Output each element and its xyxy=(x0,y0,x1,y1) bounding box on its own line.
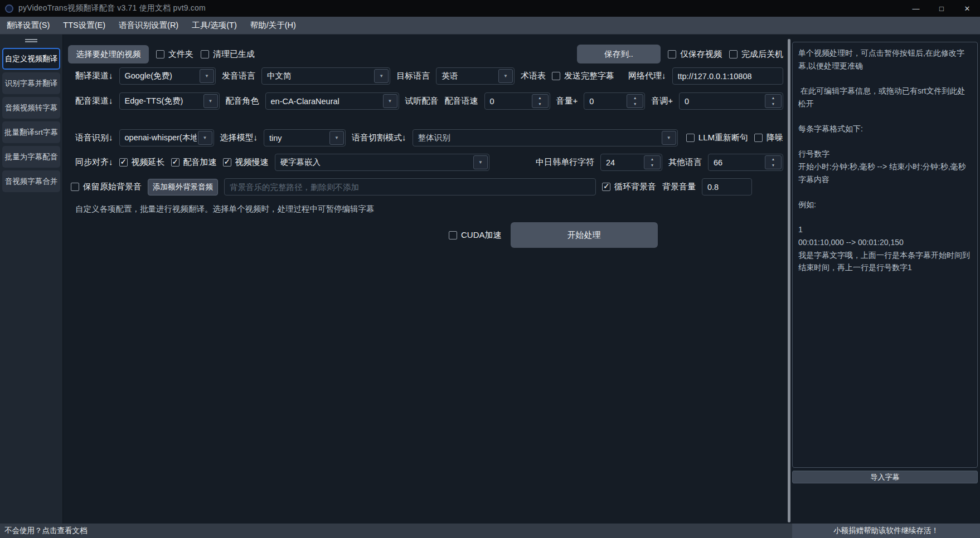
sidebar-item-recognize-and-translate[interactable]: 识别字幕并翻译 xyxy=(2,72,60,94)
audio-speedup-checkbox-box[interactable] xyxy=(171,158,179,167)
translate-channel-select[interactable]: Google(免费) ▼ xyxy=(119,67,216,85)
dock-handle-icon[interactable] xyxy=(25,39,37,42)
chevron-down-icon[interactable]: ▼ xyxy=(374,69,389,83)
recognition-label: 语音识别↓ xyxy=(75,133,113,143)
add-bgm-button[interactable]: 添加额外背景音频 xyxy=(148,179,218,195)
folder-checkbox[interactable]: 文件夹 xyxy=(156,49,193,60)
maximize-icon[interactable]: □ xyxy=(929,0,954,17)
send-full-subtitle-checkbox-label: 发送完整字幕 xyxy=(564,71,614,81)
keep-original-bgm-checkbox[interactable]: 保留原始背景音 xyxy=(71,182,142,192)
loop-bgm-checkbox[interactable]: 循环背景音 xyxy=(602,182,656,192)
send-full-subtitle-checkbox-box[interactable] xyxy=(552,72,560,80)
loop-bgm-checkbox-label: 循环背景音 xyxy=(614,182,656,192)
denoise-checkbox[interactable]: 降噪 xyxy=(754,133,783,143)
sidebar-item-batch-translate-srt[interactable]: 批量翻译srt字幕 xyxy=(2,121,60,143)
toolbar-row: 选择要处理的视频 文件夹 清理已生成 保存到.. 仅保存视频 完成后关机 xyxy=(68,45,783,63)
listen-dub-link[interactable]: 试听配音 xyxy=(405,96,439,106)
source-language-select[interactable]: 中文简 ▼ xyxy=(261,67,390,85)
audio-speedup-checkbox[interactable]: 配音加速 xyxy=(171,157,217,168)
select-video-button[interactable]: 选择要处理的视频 xyxy=(68,45,149,63)
volume-value: 0 xyxy=(584,97,625,106)
video-extend-checkbox[interactable]: 视频延长 xyxy=(119,157,165,168)
spinner-arrows-icon[interactable]: ▲▼ xyxy=(644,155,661,169)
split-mode-select[interactable]: 整体识别 ▼ xyxy=(413,129,678,146)
menu-translate-settings[interactable]: 翻译设置(S) xyxy=(0,17,56,34)
cjk-chars-spinner[interactable]: 24 ▲▼ xyxy=(600,154,662,171)
cjk-chars-label: 中日韩单行字符 xyxy=(536,157,594,168)
chevron-down-icon[interactable]: ▼ xyxy=(662,131,676,145)
send-full-subtitle-checkbox[interactable]: 发送完整字幕 xyxy=(552,71,614,81)
keep-original-bgm-checkbox-box[interactable] xyxy=(71,183,79,191)
chevron-down-icon[interactable]: ▼ xyxy=(329,131,344,145)
pitch-spinner[interactable]: 0 ▲▼ xyxy=(679,92,783,110)
sidebar-item-custom-video-translate[interactable]: 自定义视频翻译 xyxy=(2,48,60,70)
model-select[interactable]: tiny ▼ xyxy=(264,129,346,146)
tts-row: 配音渠道↓ Edge-TTS(免费) ▼ 配音角色 en-CA-ClaraNeu… xyxy=(75,92,783,110)
cjk-chars-value: 24 xyxy=(601,158,643,167)
only-save-video-checkbox-box[interactable] xyxy=(668,50,676,58)
folder-checkbox-box[interactable] xyxy=(156,50,164,58)
menu-tools-options[interactable]: 工具/选项(T) xyxy=(185,17,244,34)
chevron-down-icon[interactable]: ▼ xyxy=(198,131,212,145)
help-doc-link[interactable]: 不会使用？点击查看文档 xyxy=(0,526,88,536)
chevron-down-icon[interactable]: ▼ xyxy=(200,69,214,83)
chevron-down-icon[interactable]: ▼ xyxy=(383,94,397,108)
menu-help-about[interactable]: 帮助/关于(H) xyxy=(244,17,303,34)
sidebar-item-av-to-subtitle[interactable]: 音频视频转字幕 xyxy=(2,97,60,119)
video-extend-checkbox-box[interactable] xyxy=(119,158,128,167)
close-icon[interactable]: ✕ xyxy=(954,0,980,17)
bgm-path-input[interactable] xyxy=(225,179,595,195)
dub-rate-label: 配音语速 xyxy=(445,96,478,106)
target-language-select[interactable]: 英语 ▼ xyxy=(436,67,515,85)
sidebar-item-av-subtitle-merge[interactable]: 音视频字幕合并 xyxy=(2,170,60,192)
bgm-volume-input[interactable] xyxy=(702,179,751,195)
only-save-video-checkbox[interactable]: 仅保存视频 xyxy=(668,49,722,60)
menu-tts-settings[interactable]: TTS设置(E) xyxy=(56,17,112,34)
chevron-down-icon[interactable]: ▼ xyxy=(498,69,513,83)
spinner-arrows-icon[interactable]: ▲▼ xyxy=(765,155,782,169)
app-icon xyxy=(5,4,13,13)
clean-generated-checkbox[interactable]: 清理已生成 xyxy=(201,49,255,60)
other-lang-spinner[interactable]: 66 ▲▼ xyxy=(708,154,783,171)
spinner-arrows-icon[interactable]: ▲▼ xyxy=(532,94,549,108)
recognition-engine-select[interactable]: openai-whisper(本地) ▼ xyxy=(119,129,214,146)
target-language-value: 英语 xyxy=(436,71,497,81)
tts-role-select[interactable]: en-CA-ClaraNeural ▼ xyxy=(265,92,399,110)
shutdown-after-checkbox-box[interactable] xyxy=(729,50,738,58)
video-slow-checkbox-box[interactable] xyxy=(223,158,231,167)
shutdown-after-checkbox[interactable]: 完成后关机 xyxy=(729,49,783,60)
llm-resegment-checkbox-box[interactable] xyxy=(686,134,695,142)
model-value: tiny xyxy=(264,134,328,143)
llm-resegment-checkbox[interactable]: LLM重新断句 xyxy=(686,133,748,143)
subtitle-embed-select[interactable]: 硬字幕嵌入 ▼ xyxy=(275,154,490,171)
cuda-checkbox-box[interactable] xyxy=(449,231,457,239)
import-subtitle-button[interactable]: 导入字幕 xyxy=(792,471,978,483)
target-language-label: 目标语言 xyxy=(396,71,430,81)
video-slow-checkbox[interactable]: 视频慢速 xyxy=(223,157,269,168)
bgm-row: 保留原始背景音 添加额外背景音频 循环背景音 背景音量 xyxy=(71,178,783,195)
subtitle-editor[interactable]: 单个视频处理时，可点击暂停按钮后,在此修改字幕,以便处理更准确 在此可编辑字幕信… xyxy=(792,42,978,468)
dub-rate-spinner[interactable]: 0 ▲▼ xyxy=(484,92,550,110)
chevron-down-icon[interactable]: ▼ xyxy=(203,94,218,108)
menu-recognition-settings[interactable]: 语音识别设置(R) xyxy=(112,17,185,34)
donate-link[interactable]: 小额捐赠帮助该软件继续存活！ xyxy=(792,524,980,538)
action-row: CUDA加速 开始处理 xyxy=(449,222,658,248)
network-proxy-input[interactable] xyxy=(673,68,783,84)
spinner-arrows-icon[interactable]: ▲▼ xyxy=(627,94,643,108)
spinner-arrows-icon[interactable]: ▲▼ xyxy=(765,94,782,108)
volume-spinner[interactable]: 0 ▲▼ xyxy=(584,92,645,110)
loop-bgm-checkbox-box[interactable] xyxy=(602,183,610,191)
denoise-checkbox-label: 降噪 xyxy=(766,133,783,143)
sidebar-item-batch-dub-subtitle[interactable]: 批量为字幕配音 xyxy=(2,146,60,168)
denoise-checkbox-box[interactable] xyxy=(754,134,763,142)
tts-channel-select[interactable]: Edge-TTS(免费) ▼ xyxy=(119,92,220,110)
cuda-checkbox[interactable]: CUDA加速 xyxy=(449,230,502,241)
minimize-icon[interactable]: — xyxy=(903,0,929,17)
clean-generated-checkbox-box[interactable] xyxy=(201,50,209,58)
chevron-down-icon[interactable]: ▼ xyxy=(473,155,488,169)
splitter-handle[interactable] xyxy=(788,39,790,522)
start-button[interactable]: 开始处理 xyxy=(511,222,658,248)
save-to-button[interactable]: 保存到.. xyxy=(577,45,661,63)
toolbar-right-group: 保存到.. 仅保存视频 完成后关机 xyxy=(577,45,783,63)
glossary-link[interactable]: 术语表 xyxy=(521,71,546,81)
